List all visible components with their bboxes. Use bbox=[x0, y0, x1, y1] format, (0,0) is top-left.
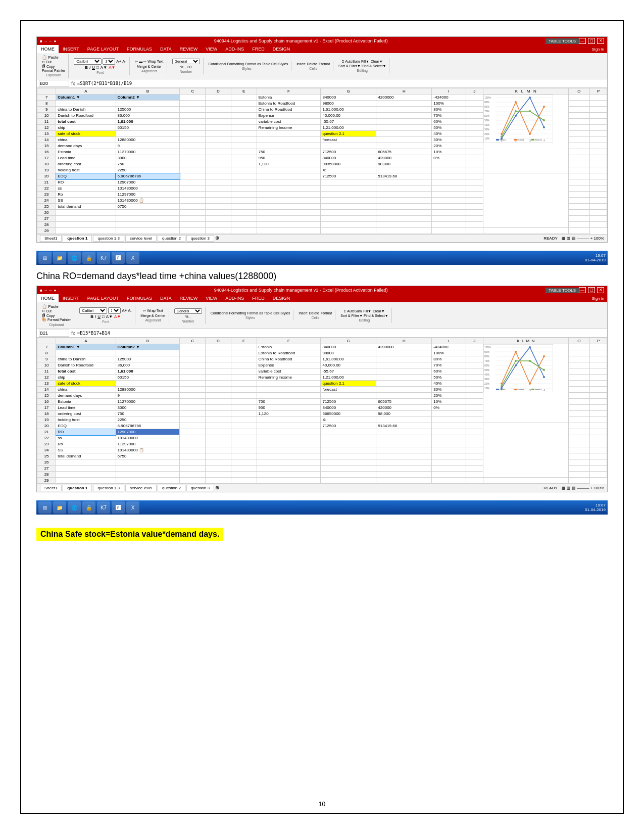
underline-btn-1[interactable]: U bbox=[92, 65, 95, 70]
tab-review-2[interactable]: REVIEW bbox=[176, 294, 202, 302]
cell-C13-1[interactable] bbox=[180, 131, 206, 137]
tab-formulas-2[interactable]: FORMULAS bbox=[123, 294, 156, 302]
col-header-O-2[interactable]: O bbox=[568, 338, 589, 344]
cell-F15-1[interactable] bbox=[257, 143, 321, 149]
cell-E16-1[interactable] bbox=[231, 149, 257, 155]
cell-styles-1[interactable]: Cell Styles bbox=[271, 62, 288, 66]
cell-J10-1[interactable] bbox=[466, 113, 483, 119]
cell-A16-2[interactable]: Estonia bbox=[56, 399, 116, 405]
tab-home-2[interactable]: HOME bbox=[37, 294, 59, 302]
tab-home-1[interactable]: HOME bbox=[37, 45, 59, 53]
paste-btn-1[interactable]: 📋 Paste bbox=[42, 55, 65, 60]
cell-G12-2[interactable]: 1,21,000.00 bbox=[321, 375, 376, 381]
cell-G14-2[interactable]: forecast bbox=[321, 387, 376, 393]
cell-I14-1[interactable]: 30% bbox=[432, 137, 466, 143]
cell-G16-2[interactable]: 712500 bbox=[321, 399, 376, 405]
taskbar-btn-6[interactable]: 🅰 bbox=[112, 252, 125, 264]
cell-C20-1[interactable] bbox=[180, 173, 206, 179]
cell-B20-2[interactable]: 6.906786786 bbox=[116, 423, 180, 429]
cell-I18-1[interactable] bbox=[432, 161, 466, 167]
cell-H12-1[interactable] bbox=[376, 125, 432, 131]
bold-btn-2[interactable]: B bbox=[90, 314, 93, 319]
cell-P13-1[interactable] bbox=[590, 131, 607, 137]
cell-C7-2[interactable] bbox=[180, 344, 206, 350]
minimize-btn-2[interactable]: — bbox=[579, 287, 586, 293]
cell-O20-2[interactable] bbox=[568, 423, 589, 429]
cell-A27-1[interactable] bbox=[56, 216, 116, 222]
col-header-C-2[interactable]: C bbox=[180, 338, 206, 344]
cell-F8-1[interactable]: Estonia to Roadfood bbox=[257, 101, 321, 107]
cell-O7-2[interactable] bbox=[568, 344, 589, 350]
cell-J8-1[interactable] bbox=[466, 101, 483, 107]
format-btn-2[interactable]: Format bbox=[321, 311, 332, 315]
cell-O19-1[interactable] bbox=[568, 167, 589, 173]
cell-G20-2[interactable]: 712500 bbox=[321, 423, 376, 429]
cell-F18-2[interactable]: 1,120 bbox=[257, 411, 321, 417]
taskbar-btn-2[interactable]: 📁 bbox=[53, 252, 66, 264]
cell-A8-2[interactable] bbox=[56, 350, 116, 356]
cell-B10-2[interactable]: 36,000 bbox=[116, 362, 180, 368]
cell-E9-1[interactable] bbox=[231, 107, 257, 113]
cell-J17-1[interactable] bbox=[466, 155, 483, 161]
cell-C16-1[interactable] bbox=[180, 149, 206, 155]
taskbar-btn-5[interactable]: K7 bbox=[97, 252, 110, 264]
cell-P22-1[interactable] bbox=[590, 186, 607, 192]
cell-H7-2[interactable]: 4200000 bbox=[376, 344, 432, 350]
cell-O13-2[interactable] bbox=[568, 381, 589, 387]
cell-F17-2[interactable]: 950 bbox=[257, 405, 321, 411]
cell-B12-2[interactable]: 60150 bbox=[116, 375, 180, 381]
comma-btn-2[interactable]: , bbox=[189, 315, 190, 318]
col-header-F-2[interactable]: F bbox=[257, 338, 321, 344]
tab-design-2[interactable]: DESIGN bbox=[269, 294, 294, 302]
cell-C10-2[interactable] bbox=[180, 362, 206, 368]
sheet-tab-q13-2[interactable]: question 1.3 bbox=[93, 485, 124, 491]
cell-I18-2[interactable] bbox=[432, 411, 466, 417]
cell-A13-2[interactable]: safe of stock bbox=[56, 381, 116, 387]
cell-C13-2[interactable] bbox=[180, 381, 206, 387]
cell-C25-2[interactable] bbox=[180, 453, 206, 459]
cell-E8-1[interactable] bbox=[231, 101, 257, 107]
cell-J9-2[interactable] bbox=[466, 356, 483, 362]
italic-btn-1[interactable]: I bbox=[89, 65, 90, 70]
cell-C23-2[interactable] bbox=[180, 441, 206, 447]
cell-G18-2[interactable]: 56650000 bbox=[321, 411, 376, 417]
cell-C9-2[interactable] bbox=[180, 356, 206, 362]
cell-E18-1[interactable] bbox=[231, 161, 257, 167]
taskbar-btn-7[interactable]: X bbox=[126, 252, 139, 264]
cell-O20-1[interactable] bbox=[568, 173, 589, 179]
cell-F7-1[interactable]: Estonia bbox=[257, 95, 321, 101]
cell-C22-1[interactable] bbox=[180, 186, 206, 192]
font-select-2[interactable]: Calibri bbox=[79, 307, 107, 314]
cell-B8-2[interactable] bbox=[116, 350, 180, 356]
cell-C16-2[interactable] bbox=[180, 399, 206, 405]
cell-O17-2[interactable] bbox=[568, 405, 589, 411]
cell-P24-1[interactable] bbox=[590, 198, 607, 204]
cell-A23-2[interactable]: Ro bbox=[56, 441, 116, 447]
fill-btn-2[interactable]: A▼ bbox=[106, 314, 113, 319]
col-header-B-2[interactable]: B bbox=[116, 338, 180, 344]
cell-B20-1[interactable]: 6.906786786 bbox=[116, 173, 180, 179]
cell-O12-1[interactable] bbox=[568, 125, 589, 131]
cell-A12-2[interactable]: ship bbox=[56, 375, 116, 381]
tab-insert-2[interactable]: INSERT bbox=[59, 294, 83, 302]
cell-E10-1[interactable] bbox=[231, 113, 257, 119]
clear-btn-2[interactable]: Clear▼ bbox=[373, 309, 385, 313]
cell-D7-2[interactable] bbox=[206, 344, 231, 350]
tab-data-2[interactable]: DATA bbox=[156, 294, 176, 302]
cell-E7-1[interactable] bbox=[231, 95, 257, 101]
cell-I21-1[interactable] bbox=[432, 179, 466, 186]
sort-filter-1[interactable]: Sort & Filter▼ bbox=[338, 64, 361, 68]
cell-B16-1[interactable]: 11270000 bbox=[116, 149, 180, 155]
col-header-A-1[interactable]: A bbox=[56, 88, 116, 95]
cell-B14-2[interactable]: 12880000 bbox=[116, 387, 180, 393]
cell-B24-2[interactable]: 101430000 📋 bbox=[116, 447, 180, 453]
copy-btn-2[interactable]: 🗐 Copy bbox=[42, 314, 71, 317]
copy-btn-1[interactable]: 🗐 Copy bbox=[42, 65, 65, 68]
cell-P8-1[interactable] bbox=[590, 101, 607, 107]
cell-A13-1[interactable]: safe of stock bbox=[56, 131, 116, 137]
tab-view-1[interactable]: VIEW bbox=[202, 45, 221, 53]
tab-fred-1[interactable]: FRED bbox=[248, 45, 269, 53]
col-header-A-2[interactable]: A bbox=[56, 338, 116, 344]
cell-O10-2[interactable] bbox=[568, 362, 589, 368]
name-box-1[interactable] bbox=[39, 80, 69, 87]
